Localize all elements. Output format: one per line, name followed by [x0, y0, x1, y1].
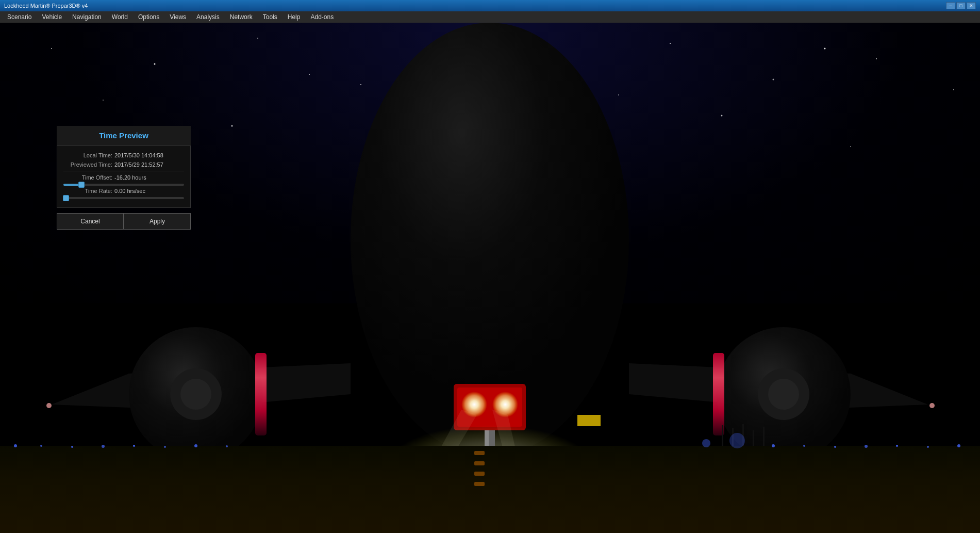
local-time-row: Local Time: 2017/5/30 14:04:58: [63, 152, 184, 158]
svg-point-57: [772, 444, 775, 447]
menu-world[interactable]: World: [107, 12, 133, 22]
svg-point-59: [834, 446, 836, 448]
svg-rect-68: [753, 430, 754, 446]
time-offset-row: Time Offset: -16.20 hours: [63, 174, 184, 181]
offset-slider-container: [63, 184, 184, 186]
scene-background: Time Preview Local Time: 2017/5/30 14:04…: [0, 23, 980, 533]
apply-button[interactable]: Apply: [124, 213, 191, 230]
svg-rect-30: [713, 353, 724, 435]
local-time-label: Local Time:: [63, 152, 112, 158]
svg-rect-44: [0, 446, 980, 533]
svg-point-71: [702, 439, 710, 447]
svg-point-53: [133, 445, 135, 447]
previewed-time-label: Previewed Time:: [63, 161, 112, 168]
menu-addons[interactable]: Add-ons: [305, 12, 339, 22]
time-offset-label: Time Offset:: [63, 174, 112, 181]
svg-point-56: [226, 445, 228, 447]
svg-point-25: [180, 379, 211, 410]
time-rate-value: 0.00 hrs/sec: [114, 188, 145, 194]
previewed-time-row: Previewed Time: 2017/5/29 21:52:57: [63, 161, 184, 168]
rate-slider-thumb[interactable]: [63, 195, 69, 201]
svg-rect-64: [577, 415, 601, 426]
time-offset-value: -16.20 hours: [114, 174, 146, 181]
minimize-button[interactable]: –: [946, 2, 955, 9]
restore-button[interactable]: □: [956, 2, 966, 9]
dialog-content: Local Time: 2017/5/30 14:04:58 Previewed…: [57, 146, 191, 208]
previewed-time-value: 2017/5/29 21:52:57: [114, 161, 163, 168]
menu-analysis[interactable]: Analysis: [191, 12, 225, 22]
menu-options[interactable]: Options: [133, 12, 164, 22]
svg-rect-26: [255, 353, 267, 435]
rate-slider-container: [63, 197, 184, 199]
dialog-title-bar: Time Preview: [57, 126, 191, 146]
menu-help[interactable]: Help: [283, 12, 306, 22]
svg-point-58: [803, 445, 805, 447]
svg-point-73: [929, 403, 935, 408]
svg-point-52: [102, 445, 105, 448]
svg-rect-45: [474, 451, 485, 455]
menu-navigation[interactable]: Navigation: [67, 12, 107, 22]
aircraft-scene-svg: [0, 23, 980, 533]
svg-rect-69: [763, 427, 765, 446]
menu-bar: Scenario Vehicle Navigation World Option…: [0, 11, 980, 23]
svg-rect-46: [474, 461, 485, 465]
divider-1: [63, 171, 184, 171]
svg-point-29: [768, 379, 799, 410]
offset-slider-thumb[interactable]: [78, 182, 85, 188]
cancel-button[interactable]: Cancel: [57, 213, 124, 230]
svg-point-63: [957, 444, 960, 447]
svg-point-72: [46, 403, 52, 408]
local-time-value: 2017/5/30 14:04:58: [114, 152, 163, 158]
offset-slider-track[interactable]: [63, 184, 184, 186]
dialog-title-text: Time Preview: [99, 131, 148, 140]
title-bar: Lockheed Martin® Prepar3D® v4 – □ ✕: [0, 0, 980, 11]
window-controls: – □ ✕: [946, 2, 976, 9]
title-bar-text: Lockheed Martin® Prepar3D® v4: [4, 3, 88, 9]
svg-point-49: [14, 444, 17, 447]
svg-point-60: [865, 445, 868, 448]
svg-rect-65: [722, 425, 723, 446]
time-rate-label: Time Rate:: [63, 188, 112, 194]
svg-rect-48: [474, 482, 485, 486]
rate-slider-track[interactable]: [63, 197, 184, 199]
menu-vehicle[interactable]: Vehicle: [37, 12, 67, 22]
svg-rect-47: [474, 472, 485, 476]
close-button[interactable]: ✕: [967, 2, 976, 9]
svg-point-51: [71, 446, 73, 448]
menu-scenario[interactable]: Scenario: [2, 12, 37, 22]
svg-point-55: [194, 444, 197, 447]
svg-point-61: [896, 445, 898, 447]
time-preview-dialog: Time Preview Local Time: 2017/5/30 14:04…: [57, 126, 191, 230]
menu-tools[interactable]: Tools: [258, 12, 283, 22]
svg-point-70: [729, 433, 745, 448]
menu-network[interactable]: Network: [225, 12, 258, 22]
time-rate-row: Time Rate: 0.00 hrs/sec: [63, 188, 184, 194]
svg-point-62: [927, 446, 929, 448]
dialog-buttons: Cancel Apply: [57, 213, 191, 230]
menu-views[interactable]: Views: [164, 12, 191, 22]
svg-point-50: [40, 445, 42, 447]
svg-point-54: [164, 446, 166, 448]
